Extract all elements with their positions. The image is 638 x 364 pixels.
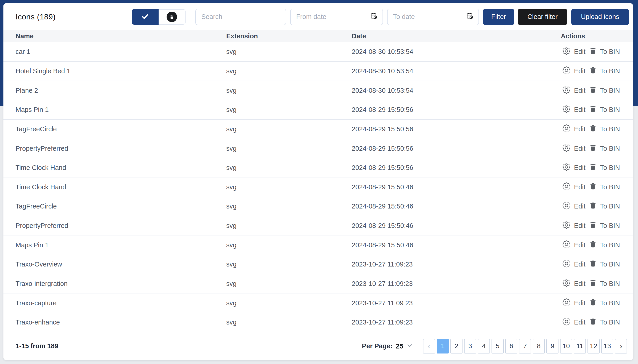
row-actions: Edit To BIN [561, 47, 633, 56]
to-bin-action[interactable]: To BIN [589, 67, 620, 75]
pagination-prev-button[interactable]: ‹ [423, 339, 435, 354]
row-name: Traxo-capture [16, 300, 226, 307]
table-row: TagFreeCircle svg 2024-08-29 15:50:56 Ed… [4, 120, 633, 139]
row-extension: svg [226, 125, 352, 133]
pagination-next-button[interactable]: › [615, 339, 627, 354]
table-row: PropertyPreferred svg 2024-08-29 15:50:4… [4, 216, 633, 236]
edit-action[interactable]: Edit [562, 66, 585, 76]
pagination-page-2[interactable]: 2 [450, 339, 462, 354]
edit-action-label: Edit [574, 222, 585, 230]
pagination-page-9[interactable]: 9 [546, 339, 558, 354]
to-bin-action-label: To BIN [600, 164, 620, 172]
pagination-page-5[interactable]: 5 [491, 339, 504, 354]
to-bin-action[interactable]: To BIN [589, 86, 620, 95]
to-bin-action-label: To BIN [600, 202, 620, 210]
edit-action[interactable]: Edit [562, 124, 585, 134]
edit-action[interactable]: Edit [562, 318, 585, 327]
table-row: Hotel Single Bed 1 svg 2024-08-30 10:53:… [4, 62, 633, 81]
to-bin-action[interactable]: To BIN [589, 164, 620, 172]
gear-icon [562, 144, 570, 153]
pagination-page-1[interactable]: 1 [437, 339, 449, 354]
edit-action[interactable]: Edit [562, 47, 585, 56]
pagination-page-3[interactable]: 3 [464, 339, 476, 354]
pagination-page-10[interactable]: 10 [560, 339, 572, 354]
row-actions: Edit To BIN [561, 260, 633, 269]
to-bin-action[interactable]: To BIN [589, 48, 620, 56]
row-name: PropertyPreferred [16, 145, 226, 152]
edit-action-label: Edit [574, 202, 585, 210]
search-field [195, 9, 286, 25]
to-bin-action[interactable]: To BIN [589, 183, 620, 191]
to-bin-action[interactable]: To BIN [589, 241, 620, 249]
trash-icon [589, 280, 596, 288]
edit-action[interactable]: Edit [562, 279, 585, 288]
row-name: Maps Pin 1 [16, 106, 226, 114]
pagination-page-13[interactable]: 13 [601, 339, 613, 354]
row-date: 2024-08-29 15:50:56 [352, 145, 561, 152]
pagination-page-11[interactable]: 11 [574, 339, 586, 354]
row-actions: Edit To BIN [561, 105, 633, 114]
to-bin-action[interactable]: To BIN [589, 222, 620, 230]
edit-action[interactable]: Edit [562, 86, 585, 95]
to-bin-action[interactable]: To BIN [589, 202, 620, 210]
table-row: PropertyPreferred svg 2024-08-29 15:50:5… [4, 139, 633, 158]
table-row: car 1 svg 2024-08-30 10:53:54 Edit [4, 42, 633, 62]
upload-icons-button[interactable]: Upload icons [571, 9, 629, 25]
edit-action-label: Edit [574, 300, 585, 307]
row-name: Time Clock Hand [16, 164, 226, 172]
to-bin-action[interactable]: To BIN [589, 280, 620, 288]
edit-action[interactable]: Edit [562, 221, 585, 230]
table-row: Maps Pin 1 svg 2024-08-29 15:50:56 Edit [4, 100, 633, 120]
to-bin-action[interactable]: To BIN [589, 299, 620, 307]
edit-action[interactable]: Edit [562, 240, 585, 250]
gear-icon [562, 318, 570, 327]
edit-action-label: Edit [574, 280, 585, 288]
row-date: 2023-10-27 11:09:23 [352, 318, 561, 326]
column-header-date: Date [352, 32, 561, 40]
filter-button[interactable]: Filter [483, 9, 514, 25]
toggle-active-items[interactable] [132, 9, 159, 25]
calendar-clock-icon[interactable] [466, 12, 473, 21]
pagination-page-4[interactable]: 4 [478, 339, 490, 354]
to-bin-action[interactable]: To BIN [589, 144, 620, 153]
to-bin-action[interactable]: To BIN [589, 318, 620, 326]
to-bin-action[interactable]: To BIN [589, 260, 620, 268]
gear-icon [562, 105, 570, 114]
column-header-name: Name [16, 32, 226, 40]
clear-filter-button[interactable]: Clear filter [518, 9, 567, 25]
edit-action[interactable]: Edit [562, 298, 585, 308]
row-extension: svg [226, 202, 352, 210]
per-page-select[interactable]: Per Page: 25 [362, 342, 412, 350]
edit-action[interactable]: Edit [562, 260, 585, 269]
row-actions: Edit To BIN [561, 66, 633, 76]
trash-icon [589, 86, 596, 95]
edit-action[interactable]: Edit [562, 105, 585, 114]
row-date: 2023-10-27 11:09:23 [352, 260, 561, 268]
pagination-page-8[interactable]: 8 [533, 339, 545, 354]
pagination-page-6[interactable]: 6 [505, 339, 517, 354]
trash-circle-icon [167, 12, 177, 22]
calendar-clock-icon[interactable] [370, 12, 377, 21]
search-input[interactable] [201, 13, 281, 21]
from-date-input[interactable] [296, 13, 370, 21]
toggle-bin-items[interactable] [159, 9, 186, 25]
trash-icon [589, 125, 596, 133]
trash-icon [589, 48, 596, 56]
to-bin-action[interactable]: To BIN [589, 106, 620, 114]
to-bin-action[interactable]: To BIN [589, 125, 620, 133]
edit-action[interactable]: Edit [562, 182, 585, 192]
to-date-input[interactable] [393, 13, 466, 21]
edit-action[interactable]: Edit [562, 163, 585, 172]
per-page-value: 25 [396, 342, 403, 350]
to-bin-action-label: To BIN [600, 280, 620, 288]
edit-action[interactable]: Edit [562, 144, 585, 153]
table-row: Traxo-enhance svg 2023-10-27 11:09:23 Ed… [4, 313, 633, 332]
table-footer: 1-15 from 189 Per Page: 25 ‹123456789101… [4, 332, 633, 360]
pagination-page-12[interactable]: 12 [587, 339, 600, 354]
row-name: PropertyPreferred [16, 222, 226, 230]
edit-action[interactable]: Edit [562, 202, 585, 211]
row-date: 2024-08-29 15:50:46 [352, 202, 561, 210]
row-name: TagFreeCircle [16, 202, 226, 210]
pagination-page-7[interactable]: 7 [519, 339, 531, 354]
row-name: Plane 2 [16, 87, 226, 94]
